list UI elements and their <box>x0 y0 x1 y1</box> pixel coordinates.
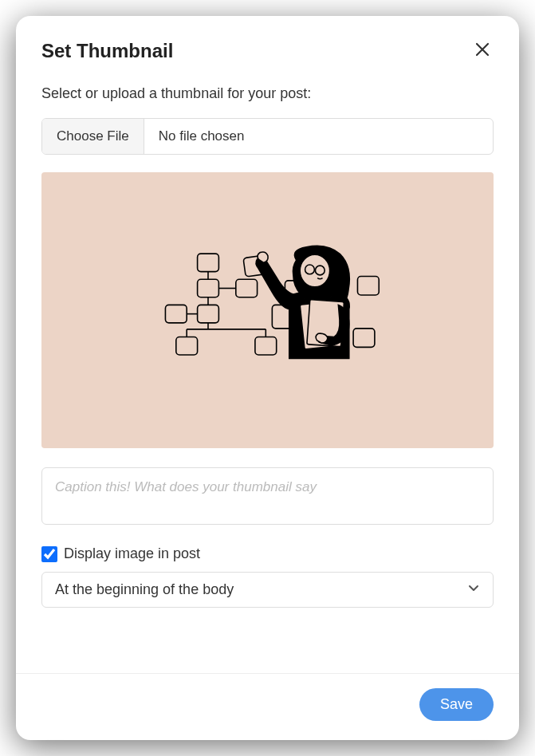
close-button[interactable] <box>471 38 494 63</box>
svg-rect-8 <box>165 305 187 323</box>
choose-file-button[interactable]: Choose File <box>42 119 144 154</box>
modal-body: Select or upload a thumbnail for your po… <box>16 77 519 673</box>
image-position-value: At the beginning of the body <box>55 581 234 598</box>
svg-rect-6 <box>197 305 218 323</box>
set-thumbnail-modal: Set Thumbnail Select or upload a thumbna… <box>16 16 519 740</box>
modal-footer: Save <box>16 673 519 740</box>
svg-rect-14 <box>254 337 276 355</box>
close-icon <box>474 41 490 60</box>
chevron-down-icon <box>467 581 480 598</box>
image-position-select[interactable]: At the beginning of the body <box>41 572 494 608</box>
svg-rect-19 <box>353 329 375 348</box>
svg-line-23 <box>314 270 315 270</box>
svg-rect-0 <box>197 254 218 271</box>
thumbnail-preview <box>41 172 494 448</box>
svg-rect-2 <box>197 280 218 297</box>
illustration-person-flowchart <box>148 234 387 385</box>
modal-title: Set Thumbnail <box>41 40 173 62</box>
file-status-text: No file chosen <box>144 119 493 154</box>
display-in-post-label: Display image in post <box>64 545 200 562</box>
instruction-text: Select or upload a thumbnail for your po… <box>41 85 494 102</box>
save-button[interactable]: Save <box>419 688 494 721</box>
file-input-row: Choose File No file chosen <box>41 118 494 155</box>
svg-rect-18 <box>357 277 379 296</box>
display-in-post-row: Display image in post <box>41 545 494 562</box>
caption-input[interactable] <box>41 467 494 525</box>
display-in-post-checkbox[interactable] <box>41 546 57 562</box>
svg-rect-4 <box>235 280 257 297</box>
svg-rect-13 <box>175 337 197 355</box>
modal-header: Set Thumbnail <box>16 16 519 77</box>
